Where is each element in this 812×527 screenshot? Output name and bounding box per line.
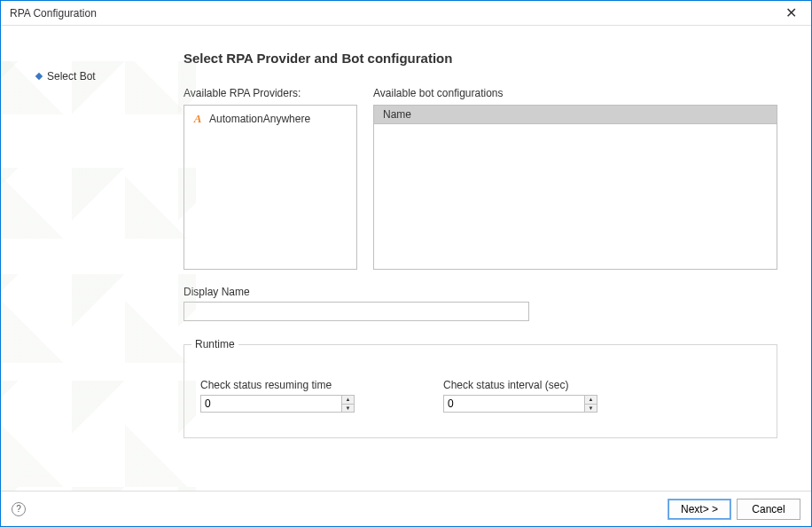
bot-configs-column: Available bot configurations Name xyxy=(373,87,777,270)
chevron-up-icon[interactable]: ▲ xyxy=(585,396,597,405)
resuming-time-input[interactable] xyxy=(201,396,341,412)
next-button[interactable]: Next> > xyxy=(668,499,731,520)
interval-field: Check status interval (sec) ▲ ▼ xyxy=(443,379,597,413)
footer-buttons: Next> > Cancel xyxy=(668,499,800,520)
interval-spinner[interactable]: ▲ ▼ xyxy=(443,395,597,413)
interval-stepper: ▲ ▼ xyxy=(584,396,597,412)
providers-label: Available RPA Providers: xyxy=(183,87,357,99)
cancel-button[interactable]: Cancel xyxy=(737,499,800,520)
resuming-time-stepper: ▲ ▼ xyxy=(341,396,354,412)
window-title: RPA Configuration xyxy=(10,7,97,20)
chevron-down-icon[interactable]: ▼ xyxy=(342,405,354,413)
provider-item-label: AutomationAnywhere xyxy=(209,113,310,125)
resuming-time-spinner[interactable]: ▲ ▼ xyxy=(200,395,355,413)
providers-column: Available RPA Providers: A AutomationAny… xyxy=(183,87,357,270)
resuming-time-field: Check status resuming time ▲ ▼ xyxy=(200,379,355,413)
providers-listbox[interactable]: A AutomationAnywhere xyxy=(183,105,357,270)
provider-bot-row: Available RPA Providers: A AutomationAny… xyxy=(183,87,777,270)
display-name-label: Display Name xyxy=(183,286,777,298)
sidebar-step-select-bot[interactable]: Select Bot xyxy=(36,70,168,83)
step-bullet-icon xyxy=(35,73,43,80)
chevron-down-icon[interactable]: ▼ xyxy=(585,405,597,413)
main-panel: Select RPA Provider and Bot configuratio… xyxy=(168,26,811,491)
bot-configs-header-name[interactable]: Name xyxy=(374,106,777,124)
chevron-up-icon[interactable]: ▲ xyxy=(342,396,354,405)
bot-configs-table[interactable]: Name xyxy=(373,105,777,270)
close-icon[interactable]: ✕ xyxy=(777,4,804,21)
runtime-group: Runtime Check status resuming time ▲ ▼ C… xyxy=(183,344,777,438)
resuming-time-label: Check status resuming time xyxy=(200,379,355,391)
runtime-legend: Runtime xyxy=(191,338,238,350)
page-title: Select RPA Provider and Bot configuratio… xyxy=(183,51,777,66)
footer: ? Next> > Cancel xyxy=(1,491,811,526)
sidebar-step-label: Select Bot xyxy=(47,70,96,83)
wizard-sidebar: Select Bot xyxy=(1,26,168,491)
bot-configs-label: Available bot configurations xyxy=(373,87,777,99)
help-icon[interactable]: ? xyxy=(12,502,26,516)
titlebar: RPA Configuration ✕ xyxy=(1,1,811,26)
interval-label: Check status interval (sec) xyxy=(443,379,597,391)
provider-item-automationanywhere[interactable]: A AutomationAnywhere xyxy=(191,111,349,127)
interval-input[interactable] xyxy=(444,396,584,412)
display-name-section: Display Name xyxy=(183,286,777,321)
display-name-input[interactable] xyxy=(183,302,529,321)
automation-anywhere-icon: A xyxy=(191,113,204,125)
content: Select Bot Select RPA Provider and Bot c… xyxy=(1,26,811,491)
